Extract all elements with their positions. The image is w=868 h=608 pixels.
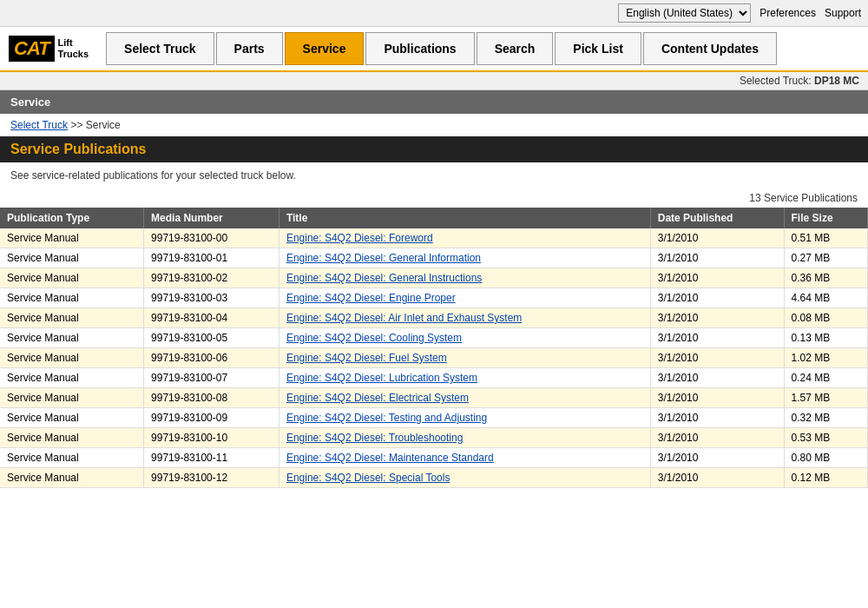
top-bar: English (United States) Preferences Supp…: [0, 0, 868, 27]
section-header: Service: [0, 90, 868, 114]
cell-title: Engine: S4Q2 Diesel: Maintenance Standar…: [279, 448, 650, 468]
cell-title: Engine: S4Q2 Diesel: Cooling System: [279, 328, 650, 348]
cell-pub-type: Service Manual: [0, 428, 144, 448]
publications-table: Publication TypeMedia NumberTitleDate Pu…: [0, 208, 868, 488]
cell-filesize: 0.36 MB: [784, 268, 867, 288]
breadcrumb-separator: >>: [70, 119, 82, 131]
nav-tab-search[interactable]: Search: [477, 32, 554, 65]
cell-date: 3/1/2010: [650, 328, 784, 348]
cell-title: Engine: S4Q2 Diesel: Testing and Adjusti…: [279, 408, 650, 428]
cell-pub-type: Service Manual: [0, 248, 144, 268]
cell-media-number: 99719-83100-08: [144, 388, 279, 408]
cell-pub-type: Service Manual: [0, 228, 144, 248]
publication-title-link[interactable]: Engine: S4Q2 Diesel: General Instruction…: [286, 272, 482, 284]
cell-media-number: 99719-83100-11: [144, 448, 279, 468]
table-row: Service Manual99719-83100-10Engine: S4Q2…: [0, 428, 868, 448]
preferences-link[interactable]: Preferences: [760, 7, 816, 19]
publication-title-link[interactable]: Engine: S4Q2 Diesel: Fuel System: [286, 352, 447, 364]
table-row: Service Manual99719-83100-11Engine: S4Q2…: [0, 448, 868, 468]
page-title: Service Publications: [10, 142, 858, 157]
cell-pub-type: Service Manual: [0, 388, 144, 408]
nav-tab-publications[interactable]: Publications: [365, 32, 474, 65]
cell-date: 3/1/2010: [650, 428, 784, 448]
nav-tab-select-truck[interactable]: Select Truck: [106, 32, 214, 65]
table-row: Service Manual99719-83100-07Engine: S4Q2…: [0, 368, 868, 388]
cell-pub-type: Service Manual: [0, 408, 144, 428]
publication-title-link[interactable]: Engine: S4Q2 Diesel: Lubrication System: [286, 372, 477, 384]
cell-date: 3/1/2010: [650, 448, 784, 468]
cell-media-number: 99719-83100-01: [144, 248, 279, 268]
cell-date: 3/1/2010: [650, 308, 784, 328]
nav-tab-content-updates[interactable]: Content Updates: [643, 32, 777, 65]
cell-media-number: 99719-83100-02: [144, 268, 279, 288]
nav-tab-pick-list[interactable]: Pick List: [555, 32, 641, 65]
table-row: Service Manual99719-83100-08Engine: S4Q2…: [0, 388, 868, 408]
cell-filesize: 0.13 MB: [784, 328, 867, 348]
publication-title-link[interactable]: Engine: S4Q2 Diesel: Foreword: [286, 232, 433, 244]
cell-date: 3/1/2010: [650, 288, 784, 308]
publication-title-link[interactable]: Engine: S4Q2 Diesel: Special Tools: [286, 472, 450, 484]
cell-date: 3/1/2010: [650, 468, 784, 488]
cell-filesize: 0.51 MB: [784, 228, 867, 248]
language-select[interactable]: English (United States): [618, 3, 751, 23]
table-body: Service Manual99719-83100-00Engine: S4Q2…: [0, 228, 868, 488]
publication-title-link[interactable]: Engine: S4Q2 Diesel: Troubleshooting: [286, 432, 463, 444]
nav-tab-parts[interactable]: Parts: [216, 32, 283, 65]
cell-filesize: 0.08 MB: [784, 308, 867, 328]
cell-date: 3/1/2010: [650, 388, 784, 408]
cell-title: Engine: S4Q2 Diesel: Air Inlet and Exhau…: [279, 308, 650, 328]
logo: CAT LiftTrucks: [9, 36, 89, 62]
cell-title: Engine: S4Q2 Diesel: Special Tools: [279, 468, 650, 488]
cell-title: Engine: S4Q2 Diesel: Troubleshooting: [279, 428, 650, 448]
cell-filesize: 4.64 MB: [784, 288, 867, 308]
cell-title: Engine: S4Q2 Diesel: Engine Proper: [279, 288, 650, 308]
breadcrumb-current: Service: [86, 119, 121, 131]
cell-title: Engine: S4Q2 Diesel: Fuel System: [279, 348, 650, 368]
table-row: Service Manual99719-83100-05Engine: S4Q2…: [0, 328, 868, 348]
breadcrumb: Select Truck >> Service: [0, 114, 868, 136]
table-header-row: Publication TypeMedia NumberTitleDate Pu…: [0, 208, 868, 228]
cell-filesize: 0.12 MB: [784, 468, 867, 488]
nav-tabs: Select TruckPartsServicePublicationsSear…: [106, 32, 777, 65]
cell-pub-type: Service Manual: [0, 348, 144, 368]
cell-media-number: 99719-83100-03: [144, 288, 279, 308]
cell-filesize: 0.53 MB: [784, 428, 867, 448]
publication-title-link[interactable]: Engine: S4Q2 Diesel: Electrical System: [286, 392, 469, 404]
cell-media-number: 99719-83100-07: [144, 368, 279, 388]
page-title-bar: Service Publications: [0, 136, 868, 162]
cell-pub-type: Service Manual: [0, 468, 144, 488]
selected-truck-bar: Selected Truck: DP18 MC: [0, 72, 868, 90]
table-row: Service Manual99719-83100-09Engine: S4Q2…: [0, 408, 868, 428]
cell-media-number: 99719-83100-12: [144, 468, 279, 488]
publication-title-link[interactable]: Engine: S4Q2 Diesel: General Information: [286, 252, 481, 264]
cell-date: 3/1/2010: [650, 368, 784, 388]
description: See service-related publications for you…: [0, 162, 868, 188]
publication-title-link[interactable]: Engine: S4Q2 Diesel: Engine Proper: [286, 292, 456, 304]
count-bar: 13 Service Publications: [0, 188, 868, 208]
publication-title-link[interactable]: Engine: S4Q2 Diesel: Air Inlet and Exhau…: [286, 312, 522, 324]
cell-filesize: 1.57 MB: [784, 388, 867, 408]
table-row: Service Manual99719-83100-04Engine: S4Q2…: [0, 308, 868, 328]
cell-media-number: 99719-83100-09: [144, 408, 279, 428]
cat-logo-subtitle: LiftTrucks: [58, 37, 89, 60]
cell-date: 3/1/2010: [650, 248, 784, 268]
table-row: Service Manual99719-83100-06Engine: S4Q2…: [0, 348, 868, 368]
cell-media-number: 99719-83100-00: [144, 228, 279, 248]
cell-pub-type: Service Manual: [0, 368, 144, 388]
cell-date: 3/1/2010: [650, 228, 784, 248]
support-link[interactable]: Support: [825, 7, 861, 19]
cell-media-number: 99719-83100-04: [144, 308, 279, 328]
cell-title: Engine: S4Q2 Diesel: Electrical System: [279, 388, 650, 408]
cell-media-number: 99719-83100-10: [144, 428, 279, 448]
cell-filesize: 0.32 MB: [784, 408, 867, 428]
breadcrumb-select-truck[interactable]: Select Truck: [10, 119, 68, 131]
publication-title-link[interactable]: Engine: S4Q2 Diesel: Maintenance Standar…: [286, 452, 494, 464]
publication-title-link[interactable]: Engine: S4Q2 Diesel: Testing and Adjusti…: [286, 412, 487, 424]
cell-title: Engine: S4Q2 Diesel: General Information: [279, 248, 650, 268]
header: CAT LiftTrucks Select TruckPartsServiceP…: [0, 27, 868, 72]
nav-tab-service[interactable]: Service: [285, 32, 365, 65]
cell-media-number: 99719-83100-06: [144, 348, 279, 368]
cell-pub-type: Service Manual: [0, 288, 144, 308]
publication-title-link[interactable]: Engine: S4Q2 Diesel: Cooling System: [286, 332, 462, 344]
cell-title: Engine: S4Q2 Diesel: General Instruction…: [279, 268, 650, 288]
